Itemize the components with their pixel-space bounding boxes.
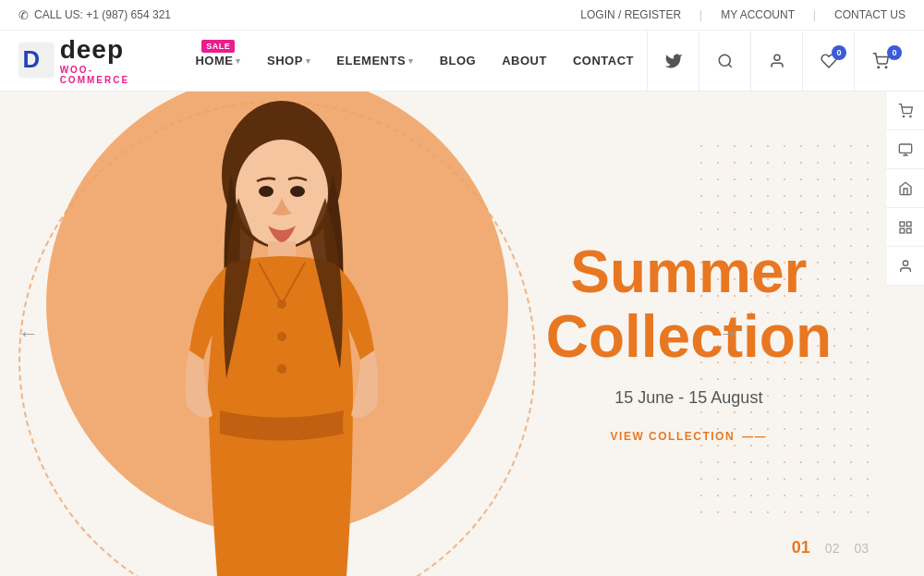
top-bar: ✆ CALL US: +1 (987) 654 321 LOGIN / REGI… bbox=[0, 0, 924, 31]
twitter-icon bbox=[664, 52, 683, 70]
svg-point-10 bbox=[277, 332, 286, 341]
hero-section: Summer Collection 15 June - 15 August VI… bbox=[0, 92, 924, 576]
wishlist-badge: 0 bbox=[832, 45, 846, 60]
nav-item-elements[interactable]: ELEMENTS ▾ bbox=[323, 31, 426, 92]
svg-point-3 bbox=[774, 55, 780, 60]
sale-badge: SALE bbox=[201, 40, 235, 53]
svg-rect-19 bbox=[906, 228, 911, 233]
svg-point-4 bbox=[878, 67, 880, 68]
svg-point-14 bbox=[903, 116, 904, 116]
logo[interactable]: D deep WOO-COMMERCE bbox=[18, 36, 154, 85]
login-register-link[interactable]: LOGIN / REGISTER bbox=[580, 8, 681, 21]
nav-bar: D deep WOO-COMMERCE SALE HOME ▾ SHOP ▾ E… bbox=[0, 31, 924, 92]
view-collection-link[interactable]: VIEW COLLECTION bbox=[546, 430, 832, 443]
cart-button[interactable]: 0 bbox=[854, 31, 906, 92]
nav-item-contact[interactable]: CONTACT bbox=[560, 31, 647, 92]
grid-icon bbox=[898, 220, 913, 235]
next-slide-button[interactable]: → bbox=[719, 322, 739, 346]
svg-point-21 bbox=[903, 261, 907, 265]
side-panel-user[interactable] bbox=[886, 247, 924, 286]
nav-item-shop[interactable]: SHOP ▾ bbox=[254, 31, 323, 92]
cart-side-icon bbox=[898, 104, 913, 118]
nav-item-about[interactable]: ABOUT bbox=[489, 31, 560, 92]
cart-icon bbox=[872, 53, 889, 69]
svg-rect-18 bbox=[906, 222, 911, 227]
nav-item-blog[interactable]: BLOG bbox=[427, 31, 490, 92]
cart-badge: 0 bbox=[887, 45, 902, 60]
svg-rect-17 bbox=[900, 222, 905, 227]
model-image bbox=[111, 92, 444, 576]
search-icon bbox=[717, 53, 734, 69]
wishlist-button[interactable]: 0 bbox=[802, 31, 854, 92]
divider2: | bbox=[813, 8, 816, 21]
my-account-link[interactable]: MY ACCOUNT bbox=[721, 8, 795, 21]
hero-title: Summer Collection bbox=[546, 239, 832, 370]
svg-point-2 bbox=[719, 55, 730, 66]
svg-point-5 bbox=[885, 67, 887, 68]
user-icon bbox=[769, 53, 785, 69]
chevron-down-icon-3: ▾ bbox=[408, 56, 414, 66]
phone-icon: ✆ bbox=[18, 8, 29, 22]
side-panel-cart[interactable] bbox=[886, 92, 924, 130]
chevron-down-icon-2: ▾ bbox=[306, 56, 311, 66]
side-panel-grid[interactable] bbox=[886, 208, 924, 247]
hero-text-block: Summer Collection 15 June - 15 August VI… bbox=[546, 239, 832, 443]
account-button[interactable] bbox=[750, 31, 802, 92]
nav-links: SALE HOME ▾ SHOP ▾ ELEMENTS ▾ BLOG ABOUT… bbox=[182, 31, 647, 92]
side-panel-monitor[interactable] bbox=[886, 130, 924, 169]
nav-icons: 0 0 bbox=[647, 31, 906, 92]
svg-point-13 bbox=[290, 186, 305, 197]
logo-icon: D bbox=[18, 41, 55, 80]
svg-rect-20 bbox=[900, 228, 905, 233]
prev-slide-button[interactable]: ← bbox=[18, 322, 39, 346]
twitter-button[interactable] bbox=[647, 31, 699, 92]
monitor-icon bbox=[898, 142, 913, 157]
user-side-icon bbox=[898, 259, 913, 274]
contact-us-link[interactable]: CONTACT US bbox=[834, 8, 906, 21]
svg-text:D: D bbox=[23, 47, 41, 73]
svg-point-15 bbox=[910, 116, 911, 116]
svg-point-12 bbox=[259, 186, 274, 197]
nav-item-home[interactable]: SALE HOME ▾ bbox=[182, 31, 254, 92]
hero-subtitle: 15 June - 15 August bbox=[546, 388, 832, 408]
logo-sub: WOO-COMMERCE bbox=[60, 65, 155, 85]
divider: | bbox=[699, 8, 702, 21]
svg-rect-16 bbox=[899, 144, 911, 153]
top-bar-left: ✆ CALL US: +1 (987) 654 321 bbox=[18, 8, 171, 22]
side-panel bbox=[885, 92, 924, 286]
svg-point-11 bbox=[277, 364, 286, 374]
search-button[interactable] bbox=[699, 31, 750, 92]
slide-indicators: 01 02 03 bbox=[792, 538, 869, 558]
top-bar-right: LOGIN / REGISTER | MY ACCOUNT | CONTACT … bbox=[580, 8, 906, 21]
slide-dot-2[interactable]: 02 bbox=[825, 541, 840, 556]
chevron-down-icon: ▾ bbox=[236, 56, 241, 66]
logo-text: deep WOO-COMMERCE bbox=[60, 36, 155, 85]
call-label: CALL US: +1 (987) 654 321 bbox=[34, 8, 171, 21]
home-icon bbox=[898, 181, 913, 196]
slide-dot-3[interactable]: 03 bbox=[854, 541, 869, 556]
side-panel-home[interactable] bbox=[886, 169, 924, 208]
slide-dot-1[interactable]: 01 bbox=[792, 538, 810, 558]
logo-name: deep bbox=[60, 36, 155, 65]
